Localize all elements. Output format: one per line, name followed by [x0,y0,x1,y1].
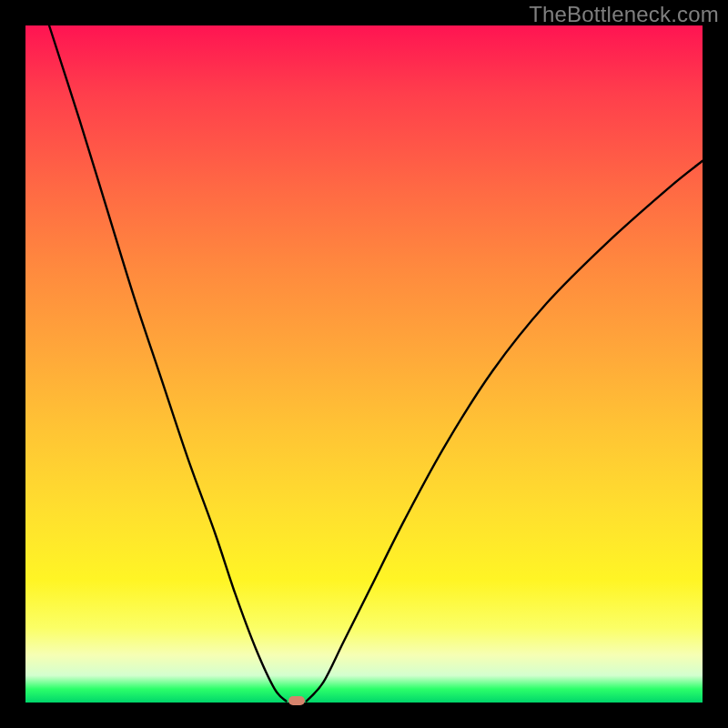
watermark-text: TheBottleneck.com [529,2,719,27]
plot-area [25,25,703,703]
curve-layer [25,25,703,703]
chart-frame: TheBottleneck.com [0,0,728,728]
curve-right [307,161,703,702]
bottleneck-marker [288,696,305,705]
curve-left [49,25,286,702]
